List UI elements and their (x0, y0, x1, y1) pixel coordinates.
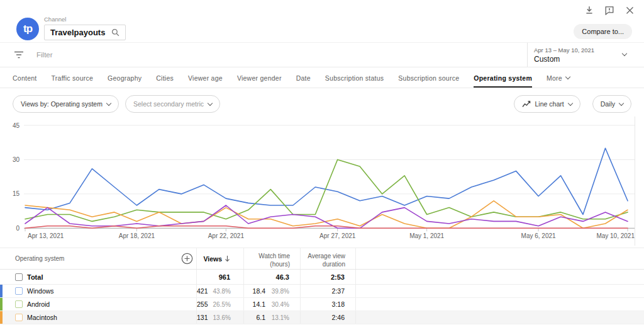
avg-duration-value: 3:18 (301, 300, 345, 308)
x-axis-tick-label: Apr 27, 2021 (319, 232, 356, 239)
dimension-tabs: ContentTraffic sourceGeographyCitiesView… (0, 68, 644, 88)
watch-time-value-percent: 39.8% (270, 288, 289, 295)
add-metric-button[interactable] (180, 253, 193, 265)
watch-time-label-line1: Watch time (258, 253, 290, 259)
views-column-label: Views (203, 255, 222, 263)
watch-time-value: 14.1 (244, 300, 265, 308)
row-label: Windows (27, 287, 54, 295)
watch-time-value: 46.3 (244, 273, 289, 281)
series-line-macintosh[interactable] (25, 201, 628, 229)
table-row-windows[interactable]: Windows42143.8%18.439.8%2:37 (0, 285, 644, 298)
tab-date[interactable]: Date (296, 68, 311, 88)
sort-descending-icon (225, 255, 230, 262)
x-axis-tick-label: Apr 13, 2021 (28, 232, 64, 239)
header-filler (355, 248, 644, 269)
views-column-header[interactable]: Views (196, 248, 243, 269)
x-axis-tick-label: May 6, 2021 (521, 232, 556, 239)
table-row-android[interactable]: Android25526.5%14.130.4%3:18 (0, 298, 644, 311)
watch-time-value-percent: 30.4% (270, 301, 289, 308)
y-axis-tick-label: 45 (13, 122, 20, 129)
chevron-down-icon (208, 100, 213, 105)
analytics-window: tp Channel Travelpayouts Compare to... F… (0, 0, 644, 325)
entity-column-header: Operating system (0, 248, 196, 269)
row-filler (355, 311, 644, 324)
x-axis-tick-label: Apr 18, 2021 (119, 232, 155, 239)
tab-more-label: More (547, 74, 562, 82)
series-color-bar (0, 285, 3, 297)
granularity-dropdown[interactable]: Daily (592, 95, 631, 113)
row-checkbox[interactable] (15, 314, 23, 321)
channel-logo-text: tp (23, 23, 32, 35)
compare-to-button[interactable]: Compare to... (574, 24, 632, 39)
row-filler (355, 270, 644, 284)
feedback-icon[interactable] (604, 4, 615, 16)
filter-input[interactable]: Filter (36, 51, 53, 59)
table-row-macintosh[interactable]: Macintosh13113.6%6.113.1%2:46 (0, 311, 644, 324)
row-checkbox[interactable] (15, 300, 23, 308)
table-row-total[interactable]: Total96146.32:53 (0, 270, 644, 285)
line-chart-icon (522, 101, 531, 108)
avg-duration-column-header[interactable]: Average view duration (300, 248, 355, 269)
chart-type-label: Line chart (535, 100, 564, 108)
table-header-row: Operating system Views Watch time (0, 248, 644, 270)
views-value: 421 (197, 287, 208, 295)
tab-traffic-source[interactable]: Traffic source (52, 68, 94, 88)
row-checkbox[interactable] (15, 287, 23, 295)
secondary-metric-label: Select secondary metric (133, 100, 204, 108)
views-by-dropdown[interactable]: Views by: Operating system (13, 95, 119, 113)
row-label: Macintosh (27, 314, 57, 321)
views-value: 961 (197, 273, 230, 281)
tab-viewer-gender[interactable]: Viewer gender (237, 68, 282, 88)
tab-subscription-source[interactable]: Subscription source (398, 68, 459, 88)
window-actions (584, 4, 635, 16)
row-label: Total (27, 273, 43, 281)
tab-content[interactable]: Content (13, 68, 37, 88)
chevron-down-icon (565, 74, 570, 79)
row-filler (355, 285, 644, 297)
series-color-bar (0, 298, 3, 311)
tab-operating-system[interactable]: Operating system (474, 68, 532, 88)
tab-geography[interactable]: Geography (108, 68, 142, 88)
channel-block: Channel Travelpayouts (44, 16, 126, 40)
table-body: Total96146.32:53Windows42143.8%18.439.8%… (0, 270, 644, 324)
avg-duration-value: 2:53 (301, 273, 345, 281)
channel-logo: tp (16, 18, 39, 40)
x-axis-tick-label: May 10, 2021 (596, 232, 635, 239)
avg-duration-value: 2:37 (301, 287, 345, 295)
views-by-label: Views by: Operating system (21, 100, 103, 108)
tab-viewer-age[interactable]: Viewer age (188, 68, 223, 88)
series-line-red[interactable] (25, 226, 628, 229)
chevron-down-icon (619, 100, 624, 105)
y-axis-tick-label: 30 (13, 156, 20, 163)
chart-controls: Views by: Operating system Select second… (0, 89, 644, 119)
chart-display-controls: Line chart Daily (514, 95, 631, 113)
entity-column-label: Operating system (15, 255, 64, 262)
channel-selector[interactable]: Travelpayouts (44, 25, 126, 40)
secondary-metric-dropdown[interactable]: Select secondary metric (125, 95, 220, 113)
chart-type-dropdown[interactable]: Line chart (514, 95, 580, 113)
series-line-windows[interactable] (25, 148, 628, 214)
views-value-percent: 26.5% (213, 301, 231, 308)
search-icon (111, 28, 119, 37)
tab-more[interactable]: More (547, 68, 570, 88)
watch-time-value: 18.4 (244, 287, 265, 295)
date-range-text: Apr 13 – May 10, 2021 (534, 47, 644, 54)
line-chart[interactable]: 4530150Apr 13, 2021Apr 18, 2021Apr 22, 2… (0, 117, 644, 246)
close-icon[interactable] (624, 4, 635, 16)
views-value-percent: 43.8% (213, 288, 231, 295)
tab-cities[interactable]: Cities (156, 68, 174, 88)
y-axis-tick-label: 15 (13, 190, 20, 197)
row-checkbox[interactable] (15, 273, 23, 281)
date-preset-text: Custom (534, 55, 644, 64)
tab-subscription-status[interactable]: Subscription status (325, 68, 384, 88)
views-value: 131 (197, 314, 208, 321)
watch-time-column-header[interactable]: Watch time (hours) (243, 248, 300, 269)
filter-bar: Filter Apr 13 – May 10, 2021 Custom (0, 42, 644, 67)
watch-time-label-line2: (hours) (270, 261, 290, 268)
chevron-down-icon (106, 100, 111, 105)
metrics-table: Operating system Views Watch time (0, 248, 644, 325)
series-line-android[interactable] (25, 159, 628, 221)
y-axis-tick-label: 0 (16, 225, 19, 232)
date-range-picker[interactable]: Apr 13 – May 10, 2021 Custom (527, 43, 644, 67)
download-icon[interactable] (584, 4, 595, 16)
